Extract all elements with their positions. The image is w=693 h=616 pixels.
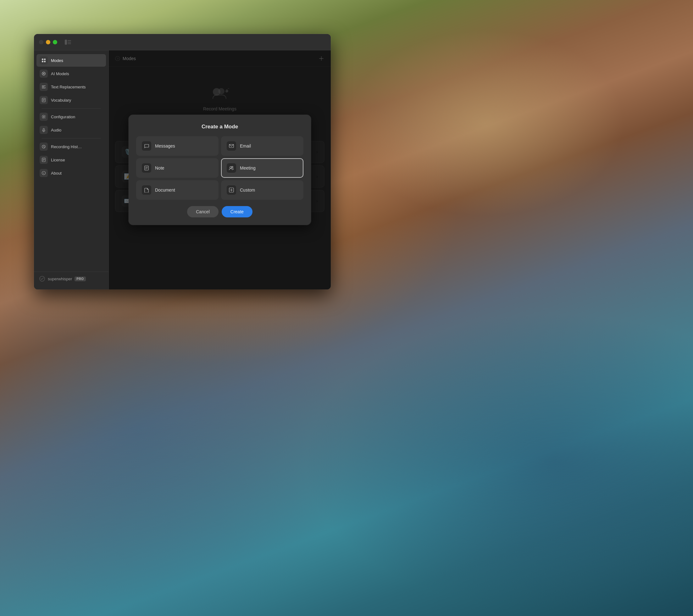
- modal-overlay: Create a Mode Messages: [109, 50, 331, 289]
- svg-rect-1: [67, 40, 71, 41]
- svg-rect-2: [67, 42, 71, 42]
- svg-text:i: i: [43, 172, 44, 175]
- sidebar-footer: superwhisper PRO: [34, 271, 108, 286]
- mode-option-label: Note: [155, 166, 164, 171]
- svg-point-40: [230, 167, 232, 168]
- svg-rect-10: [42, 85, 45, 86]
- svg-rect-25: [43, 160, 44, 161]
- ai-models-icon: [40, 70, 48, 78]
- svg-rect-16: [43, 100, 45, 100]
- sidebar-item-ai-models[interactable]: AI Models: [37, 67, 106, 80]
- mode-option-label: Meeting: [240, 166, 256, 171]
- modal-buttons: Cancel Create: [136, 206, 303, 217]
- titlebar: [34, 34, 331, 50]
- sidebar-item-label: Configuration: [51, 115, 75, 119]
- sidebar-item-configuration[interactable]: Configuration: [37, 111, 106, 123]
- sidebar-item-license[interactable]: License: [37, 154, 106, 166]
- app-window: Modes AI Models: [34, 34, 331, 289]
- sidebar-item-label: Vocabulary: [51, 98, 71, 102]
- text-replacements-icon: A: [40, 83, 48, 91]
- about-icon: i: [40, 169, 48, 177]
- sidebar-item-label: Audio: [51, 128, 61, 132]
- svg-rect-7: [44, 61, 45, 62]
- svg-rect-15: [43, 99, 45, 99]
- mode-option-label: Messages: [155, 143, 175, 149]
- audio-icon: [40, 126, 48, 134]
- note-icon: [142, 163, 151, 173]
- svg-point-9: [43, 73, 44, 74]
- recording-history-icon: [40, 142, 48, 151]
- sidebar: Modes AI Models: [34, 50, 109, 289]
- svg-rect-23: [43, 159, 45, 159]
- mode-options-grid: Messages Email: [136, 136, 303, 200]
- sidebar-item-label: About: [51, 171, 62, 176]
- messages-icon: [142, 141, 151, 151]
- mode-option-label: Document: [155, 188, 175, 193]
- sidebar-item-text-replacements[interactable]: A Text Replacements: [37, 80, 106, 93]
- pro-badge: PRO: [75, 276, 85, 281]
- sidebar-item-modes[interactable]: Modes: [37, 54, 106, 67]
- modes-icon: [40, 56, 48, 64]
- email-icon: [227, 141, 236, 151]
- svg-point-41: [232, 167, 233, 168]
- svg-rect-24: [43, 160, 45, 160]
- configuration-icon: [40, 113, 48, 121]
- svg-rect-19: [43, 128, 44, 131]
- custom-icon: [227, 185, 236, 195]
- sidebar-item-label: Modes: [51, 58, 63, 63]
- svg-point-18: [43, 116, 44, 117]
- sidebar-item-label: License: [51, 158, 65, 162]
- sidebar-item-vocabulary[interactable]: Vocabulary: [37, 94, 106, 106]
- sidebar-item-label: Recording Hist…: [51, 145, 82, 149]
- sidebar-item-recording-history[interactable]: Recording Hist…: [37, 140, 106, 153]
- mode-option-label: Custom: [240, 188, 255, 193]
- traffic-lights: [39, 40, 57, 44]
- svg-rect-17: [43, 101, 44, 101]
- create-mode-modal: Create a Mode Messages: [128, 115, 311, 225]
- sidebar-divider: [41, 108, 101, 109]
- mode-option-label: Email: [240, 143, 251, 149]
- sidebar-toggle-button[interactable]: [63, 39, 72, 45]
- svg-rect-5: [44, 59, 45, 60]
- svg-rect-3: [67, 43, 71, 44]
- svg-text:A: A: [45, 87, 46, 89]
- app-logo-icon: [39, 275, 45, 282]
- create-button[interactable]: Create: [222, 206, 253, 217]
- sidebar-item-label: Text Replacements: [51, 84, 86, 89]
- sidebar-nav: Modes AI Models: [34, 54, 108, 271]
- svg-rect-11: [42, 87, 44, 88]
- mode-option-email[interactable]: Email: [221, 136, 303, 156]
- meeting-icon: [227, 163, 236, 173]
- svg-rect-0: [65, 40, 67, 45]
- cancel-button[interactable]: Cancel: [187, 206, 219, 217]
- vocabulary-icon: [40, 96, 48, 104]
- mode-option-note[interactable]: Note: [136, 158, 219, 178]
- maximize-button[interactable]: [53, 40, 57, 44]
- main-area: ? Modes: [109, 50, 331, 289]
- mode-option-document[interactable]: Document: [136, 180, 219, 200]
- sidebar-divider-2: [41, 138, 101, 138]
- license-icon: [40, 156, 48, 164]
- app-body: Modes AI Models: [34, 50, 331, 289]
- svg-rect-4: [42, 59, 43, 60]
- document-icon: [142, 185, 151, 195]
- mode-option-custom[interactable]: Custom: [221, 180, 303, 200]
- svg-rect-6: [42, 61, 43, 62]
- close-button[interactable]: [39, 40, 43, 44]
- sidebar-item-label: AI Models: [51, 72, 69, 76]
- modal-title: Create a Mode: [136, 123, 303, 130]
- minimize-button[interactable]: [46, 40, 50, 44]
- mode-option-meeting[interactable]: Meeting: [221, 158, 303, 178]
- app-name-label: superwhisper: [48, 276, 72, 281]
- mode-option-messages[interactable]: Messages: [136, 136, 219, 156]
- sidebar-item-about[interactable]: i About: [37, 167, 106, 179]
- sidebar-item-audio[interactable]: Audio: [37, 123, 106, 136]
